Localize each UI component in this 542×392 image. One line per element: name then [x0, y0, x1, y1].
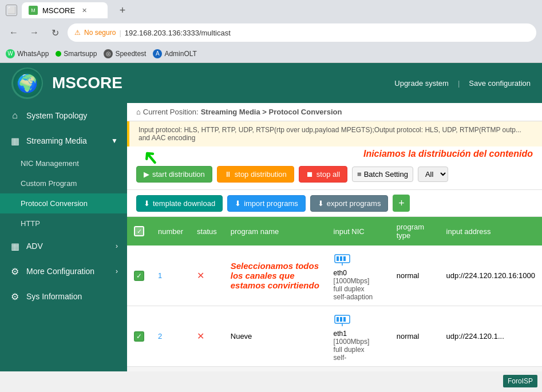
table-header-row: ✓ number status program name input NIC p… [127, 217, 542, 246]
sidebar-item-sys-info-label: Sys Information [26, 292, 82, 301]
row1-input-address: udp://224.120.120.16:1000 [440, 246, 542, 306]
window-controls: ⬜ [6, 5, 17, 16]
save-configuration-link[interactable]: Save configuration [469, 79, 531, 88]
row2-nic-text: eth1 [1000Mbps] full duplex self- [334, 330, 370, 362]
download-icon: ⬇ [144, 199, 150, 208]
row2-program-name: Nueve [224, 306, 327, 367]
select-all-check-icon: ✓ [137, 228, 142, 235]
address-bar[interactable]: ⚠ No seguro | 192.168.203.136:3333/multi… [68, 23, 536, 42]
sidebar-item-protocol-conversion[interactable]: Protocol Conversion [0, 193, 127, 213]
table-container: ✓ number status program name input NIC p… [127, 217, 542, 367]
sidebar-item-adv[interactable]: ▦ ADV › [0, 233, 127, 259]
back-button[interactable]: ← [6, 25, 22, 41]
sidebar-item-sys-info[interactable]: ⚙ Sys Information [0, 284, 127, 309]
info-bar: Input protocol: HLS, HTTP, RTP, UDP, RTS… [127, 121, 542, 146]
toolbar-row-1: ➜ ▶ start distribution ⏸ stop distributi… [127, 159, 542, 190]
url-text[interactable]: 192.168.203.136:3333/multicast [125, 29, 231, 37]
stop-all-button[interactable]: ⏹ stop all [299, 166, 347, 183]
app-header: 🌍 MSCORE Upgrade system | Save configura… [0, 63, 542, 103]
active-tab[interactable]: M MSCORE ✕ [22, 2, 108, 18]
row1-number: 1 [151, 246, 190, 306]
sidebar-item-custom-program[interactable]: Custom Program [0, 173, 127, 193]
stop-distribution-button[interactable]: ⏸ stop distribution [217, 166, 294, 183]
row1-nic-name: eth0 [334, 269, 373, 277]
new-tab-button[interactable]: + [114, 2, 130, 18]
whatsapp-icon: W [6, 49, 15, 58]
row1-nic-icon [334, 250, 351, 269]
row1-number-link[interactable]: 1 [158, 271, 162, 280]
sidebar-item-system-topology[interactable]: ⌂ System Topology [0, 103, 127, 128]
adv-chevron-icon: › [116, 242, 118, 250]
bookmark-whatsapp[interactable]: W WhatsApp [6, 49, 49, 58]
row1-check-icon: ✓ [136, 272, 142, 280]
programs-table: ✓ number status program name input NIC p… [127, 217, 542, 367]
address-separator: | [119, 29, 121, 37]
table-row: ✓ 2 ✕ Nueve [127, 306, 542, 367]
template-download-button[interactable]: ⬇ template download [136, 195, 223, 212]
row1-nic-adaption: self-adaption [334, 293, 373, 301]
app-logo: 🌍 [11, 68, 43, 99]
browser-chrome: ⬜ M MSCORE ✕ + ← → ↻ ⚠ No seguro | 192.1… [0, 0, 542, 63]
bookmark-smartsupp[interactable]: Smartsupp [56, 50, 97, 58]
sidebar-item-adv-label: ADV [26, 241, 43, 251]
annotation-title-1: Iniciamos la distribución del contenido [363, 149, 533, 159]
batch-setting-label: Batch Setting [364, 170, 408, 179]
sidebar-item-nic-management[interactable]: NIC Management [0, 153, 127, 173]
tab-close-button[interactable]: ✕ [80, 6, 89, 15]
row2-nic-adaption: self- [334, 354, 370, 362]
sidebar-item-streaming-media-label: Streaming Media [26, 136, 87, 145]
bookmark-speedtest-label: Speedtest [115, 50, 146, 58]
bookmark-adminolt-label: AdminOLT [164, 50, 196, 58]
bookmark-smartsupp-label: Smartsupp [64, 50, 97, 58]
address-bar-row: ← → ↻ ⚠ No seguro | 192.168.203.136:3333… [0, 21, 542, 45]
toolbar-inner: ➜ ▶ start distribution ⏸ stop distributi… [136, 166, 347, 183]
sidebar-item-more-config[interactable]: ⚙ More Configuration › [0, 259, 127, 284]
home-icon: ⌂ [9, 110, 21, 121]
row2-checkbox-cell: ✓ [127, 306, 151, 367]
row1-input-nic: eth0 [1000Mbps] full duplex self-adaptio… [327, 246, 390, 306]
table-row: ✓ 1 ✕ Seleccionamos todos los canales qu… [127, 246, 542, 306]
reload-button[interactable]: ↻ [47, 25, 63, 41]
upgrade-system-link[interactable]: Upgrade system [394, 79, 449, 88]
protocol-conversion-label: Protocol Conversion [21, 199, 88, 208]
sidebar: ⌂ System Topology ▦ Streaming Media ▼ NI… [0, 103, 127, 371]
info-text: Input protocol: HLS, HTTP, RTP, UDP, RTS… [139, 126, 521, 142]
row2-checkbox[interactable]: ✓ [134, 331, 144, 342]
sidebar-item-streaming-media[interactable]: ▦ Streaming Media ▼ [0, 128, 127, 153]
row2-input-address: udp://224.120.1... [440, 306, 542, 367]
row1-checkbox-cell: ✓ [127, 246, 151, 306]
breadcrumb-position-label: Current Position: [143, 108, 199, 116]
row1-checkbox[interactable]: ✓ [134, 271, 144, 281]
row2-nic-duplex: full duplex [334, 346, 370, 354]
row2-input-nic: eth1 [1000Mbps] full duplex self- [327, 306, 390, 367]
main-content: ⌂ Current Position: Streaming Media > Pr… [127, 103, 542, 371]
svg-rect-8 [343, 317, 346, 322]
bookmark-speedtest[interactable]: ◎ Speedtest [104, 49, 146, 58]
logo-image: 🌍 [13, 69, 42, 97]
row1-program-name: Seleccionamos todos los canales que esta… [224, 246, 327, 306]
import-programs-button[interactable]: ⬇ import programs [227, 195, 306, 212]
start-distribution-label: start distribution [152, 170, 205, 179]
batch-select-dropdown[interactable]: All [418, 167, 448, 182]
row1-status-icon: ✕ [197, 271, 204, 280]
stop-icon: ⏸ [224, 170, 232, 179]
row1-nic-speed: [1000Mbps] [334, 277, 373, 285]
sidebar-item-http[interactable]: HTTP [0, 213, 127, 233]
select-all-checkbox[interactable]: ✓ [134, 226, 144, 236]
row2-number-link[interactable]: 2 [158, 332, 162, 340]
bookmark-adminolt[interactable]: A AdminOLT [153, 49, 196, 58]
batch-setting-container: ≡ Batch Setting [352, 167, 413, 182]
row2-nic-speed: [1000Mbps] [334, 338, 370, 346]
stop-distribution-label: stop distribution [235, 170, 287, 179]
forward-button[interactable]: → [26, 25, 42, 41]
row2-status-icon: ✕ [197, 331, 204, 341]
window-icon: ⬜ [6, 5, 17, 16]
row2-nic-container: eth1 [1000Mbps] full duplex self- [334, 311, 383, 362]
network-icon-2 [334, 311, 351, 328]
template-download-label: template download [153, 199, 215, 208]
add-button[interactable]: + [393, 195, 410, 212]
row1-status: ✕ [190, 246, 224, 306]
col-header-input-nic: input NIC [327, 217, 390, 246]
export-programs-button[interactable]: ⬇ export programs [310, 195, 389, 212]
security-warning-text: No seguro [84, 29, 116, 37]
